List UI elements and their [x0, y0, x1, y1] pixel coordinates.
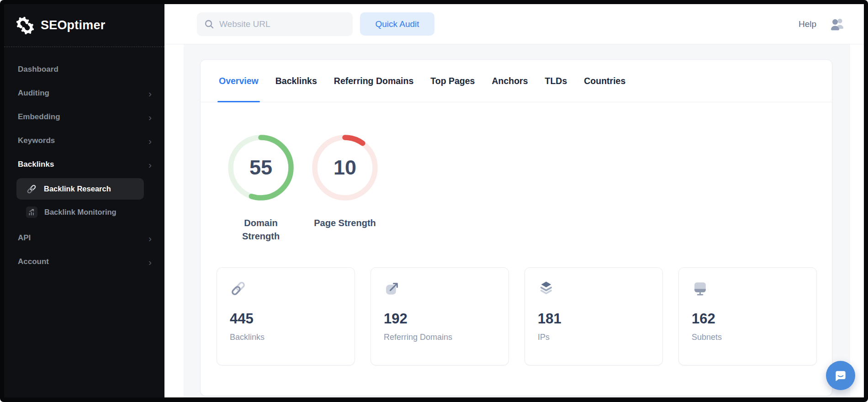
sidebar-item-backlink-monitoring[interactable]: Backlink Monitoring — [16, 201, 144, 223]
strength-gauges: 55 Domain Strength 10 — [226, 134, 832, 243]
stat-label: Subnets — [692, 333, 804, 342]
quick-audit-button[interactable]: Quick Audit — [360, 12, 434, 36]
tabs-bar: Overview Backlinks Referring Domains Top… — [201, 60, 832, 102]
gauge-label: Page Strength — [314, 217, 376, 230]
external-link-icon — [384, 280, 401, 297]
stat-value: 192 — [384, 311, 496, 327]
sidebar-item-auditing[interactable]: Auditing › — [4, 81, 164, 105]
tab-overview[interactable]: Overview — [219, 60, 259, 102]
stat-label: Referring Domains — [384, 333, 496, 342]
gauge-value: 55 — [227, 134, 295, 201]
sidebar-item-account[interactable]: Account › — [4, 250, 164, 274]
stat-label: IPs — [538, 333, 650, 342]
gauge-dial: 10 — [311, 134, 379, 201]
chevron-right-icon: › — [148, 160, 152, 169]
monitor-icon — [692, 280, 709, 297]
gauge-dial: 55 — [227, 134, 295, 201]
stat-card-backlinks[interactable]: 445 Backlinks — [217, 267, 355, 365]
sidebar-item-embedding[interactable]: Embedding › — [4, 105, 164, 129]
sidebar-subitem-label: Backlink Monitoring — [44, 208, 116, 217]
website-url-input[interactable] — [219, 19, 345, 29]
domain-strength-gauge: 55 Domain Strength — [226, 134, 296, 243]
chart-growth-icon — [26, 206, 37, 218]
stat-value: 162 — [692, 311, 804, 327]
stat-value: 445 — [230, 311, 342, 327]
sidebar-item-api[interactable]: API › — [4, 226, 164, 250]
link-icon — [230, 280, 247, 297]
overview-tab-content: 55 Domain Strength 10 — [201, 102, 832, 365]
tab-tlds[interactable]: TLDs — [545, 60, 567, 102]
chevron-right-icon: › — [148, 112, 152, 122]
main-area: Quick Audit Help — [164, 4, 864, 397]
tab-top-pages[interactable]: Top Pages — [430, 60, 475, 102]
chevron-right-icon: › — [148, 89, 152, 98]
stat-label: Backlinks — [230, 333, 342, 342]
stat-card-ips[interactable]: 181 IPs — [524, 267, 663, 365]
seoptimer-app-window: SEOptimer Dashboard Auditing › Embedding… — [0, 0, 868, 402]
app-frame: SEOptimer Dashboard Auditing › Embedding… — [4, 4, 864, 397]
page-strength-gauge: 10 Page Strength — [310, 134, 380, 243]
topbar: Quick Audit Help — [164, 4, 864, 44]
sidebar-item-keywords[interactable]: Keywords › — [4, 129, 164, 153]
sidebar: SEOptimer Dashboard Auditing › Embedding… — [4, 4, 164, 397]
sidebar-item-label: Auditing — [18, 89, 49, 98]
stat-card-subnets[interactable]: 162 Subnets — [678, 267, 817, 365]
tab-backlinks[interactable]: Backlinks — [275, 60, 317, 102]
sidebar-item-backlink-research[interactable]: Backlink Research — [16, 178, 144, 200]
stat-cards-row: 445 Backlinks — [217, 267, 832, 365]
tab-countries[interactable]: Countries — [584, 60, 625, 102]
chat-launcher-button[interactable] — [826, 361, 855, 390]
sidebar-item-label: Embedding — [18, 112, 60, 122]
seoptimer-gear-logo-icon — [16, 16, 35, 35]
backlink-research-panel: Overview Backlinks Referring Domains Top… — [200, 59, 832, 396]
tab-referring-domains[interactable]: Referring Domains — [334, 60, 413, 102]
brand-logo[interactable]: SEOptimer — [4, 4, 164, 47]
tab-anchors[interactable]: Anchors — [492, 60, 528, 102]
sidebar-item-label: Backlinks — [18, 160, 54, 169]
search-icon — [204, 19, 214, 29]
help-link[interactable]: Help — [799, 19, 816, 29]
sidebar-item-label: Account — [18, 257, 49, 266]
website-url-search[interactable] — [197, 12, 353, 36]
stat-value: 181 — [538, 311, 650, 327]
sidebar-nav: Dashboard Auditing › Embedding › Keyword… — [4, 47, 164, 274]
sidebar-item-backlinks[interactable]: Backlinks › — [4, 153, 164, 176]
sidebar-subitem-label: Backlink Research — [44, 185, 111, 193]
sidebar-item-label: API — [18, 233, 31, 243]
chevron-right-icon: › — [148, 257, 152, 267]
layers-icon — [538, 280, 555, 297]
sidebar-item-label: Dashboard — [18, 65, 58, 74]
sidebar-item-label: Keywords — [18, 136, 55, 145]
chevron-right-icon: › — [148, 233, 152, 243]
link-icon — [26, 184, 37, 195]
stat-card-referring-domains[interactable]: 192 Referring Domains — [370, 267, 509, 365]
brand-name: SEOptimer — [41, 18, 105, 32]
chevron-right-icon: › — [148, 136, 152, 146]
account-users-icon[interactable] — [829, 17, 846, 32]
gauge-label: Domain Strength — [226, 217, 296, 243]
content-area: Overview Backlinks Referring Domains Top… — [164, 44, 864, 397]
chat-bubble-icon — [833, 368, 848, 383]
gauge-value: 10 — [311, 134, 379, 201]
sidebar-item-dashboard[interactable]: Dashboard — [4, 58, 164, 81]
